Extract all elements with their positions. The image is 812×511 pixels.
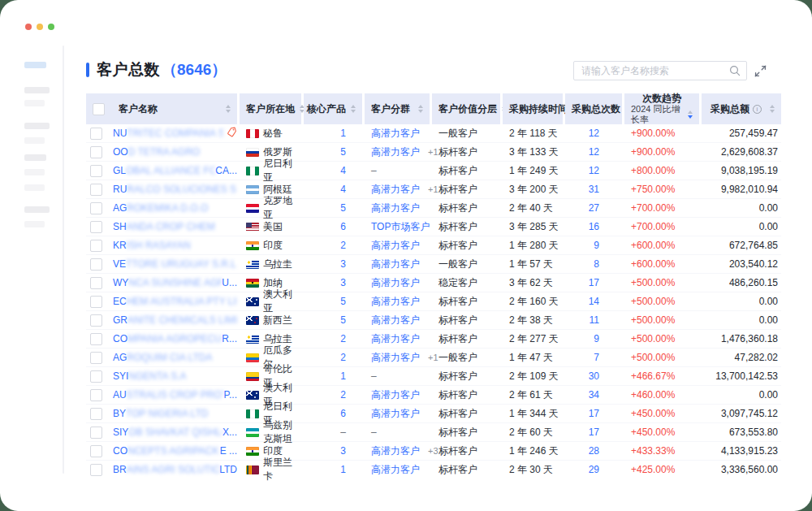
- customer-name-link[interactable]: BYTOP NIGERIA LTD: [113, 408, 237, 419]
- row-checkbox[interactable]: [90, 333, 102, 345]
- customer-name-link[interactable]: CONCEPTS AGRIPACK PRIVATEE ...: [113, 445, 237, 457]
- segment-link[interactable]: 高潜力客户: [371, 127, 420, 141]
- customer-name-link[interactable]: KRISH RASAYAN: [113, 240, 237, 251]
- segment-link[interactable]: 高潜力客户: [371, 201, 420, 215]
- segment-link[interactable]: 高潜力客户: [371, 388, 420, 402]
- customer-name-link[interactable]: NUTRITEC COMPANIA S.A.C: [113, 128, 223, 139]
- purchase-duration: 2 年 109 天: [503, 367, 563, 385]
- customer-name-prefix: BY: [113, 408, 126, 419]
- row-checkbox[interactable]: [90, 277, 102, 289]
- segment-link[interactable]: 高潜力客户: [371, 145, 420, 159]
- search-input[interactable]: [574, 65, 729, 76]
- search-icon[interactable]: [729, 65, 741, 76]
- row-checkbox[interactable]: [90, 352, 102, 364]
- sort-down-caret: [351, 110, 356, 113]
- customer-name-link[interactable]: SHANDA CROP CHEM: [113, 221, 237, 232]
- row-checkbox[interactable]: [90, 221, 102, 233]
- table-row: ECHEM AUSTRALIA PTY LIMITED澳大利亚5高潜力客户标杆客…: [86, 292, 781, 311]
- row-checkbox[interactable]: [90, 408, 102, 420]
- purchase-count: 31: [565, 180, 622, 198]
- row-checkbox[interactable]: [90, 464, 102, 476]
- close-window-button[interactable]: [25, 24, 32, 30]
- customer-name-link[interactable]: SYINGENTA S.A: [113, 370, 237, 382]
- row-checkbox[interactable]: [90, 258, 102, 271]
- customer-name-link[interactable]: BRAINS AGRI SOLUTIONS PVT LTD: [113, 464, 237, 475]
- fullscreen-expand-icon[interactable]: [754, 65, 767, 77]
- segment-link[interactable]: 高潜力客户: [371, 183, 420, 197]
- sort-icon[interactable]: [351, 105, 356, 113]
- customer-name-link[interactable]: COMPANIA AGROPECUARIA DEL SURR...: [113, 333, 237, 344]
- customer-name-prefix: CO: [113, 333, 127, 344]
- row-checkbox[interactable]: [90, 128, 102, 140]
- table-row: AUSTRALIS CROP PROTECTIONP...澳大利亚2高潜力客户标…: [86, 386, 781, 405]
- segment-link[interactable]: 高潜力客户: [371, 314, 420, 327]
- info-icon[interactable]: [753, 105, 762, 114]
- value-tier: 标杆客户: [432, 218, 500, 236]
- customer-name-link[interactable]: AUSTRALIS CROP PROTECTIONP...: [113, 389, 237, 401]
- customer-name-link[interactable]: GLOBAL ALLIANCE FOR CHEMICALCA...: [113, 165, 237, 176]
- yoy-growth: +900.00%: [624, 143, 699, 161]
- sort-icon[interactable]: [688, 110, 693, 119]
- segment-link[interactable]: 高潜力客户: [371, 332, 420, 346]
- customer-name-link[interactable]: WYNCA SUNSHINE AGRO PRODUCTSU...: [113, 277, 237, 288]
- customer-name-link[interactable]: GRANITE CHEMICALS LIMITED: [113, 314, 237, 326]
- row-checkbox[interactable]: [90, 202, 102, 214]
- customer-name-link[interactable]: ECHEM AUSTRALIA PTY LIMITED: [113, 296, 237, 307]
- customer-name-link[interactable]: SIYOB SHAVKAT QISHLOQ FERMERX...: [113, 427, 237, 438]
- core-products-count: 4: [304, 180, 362, 198]
- customer-name-link[interactable]: VETTORE URUGUAY S.R.L: [113, 258, 237, 270]
- row-checkbox[interactable]: [90, 389, 102, 401]
- customer-name-link[interactable]: RURALCO SOLUCIONES S.A: [113, 184, 237, 195]
- sidebar-item-placeholder: [24, 137, 45, 144]
- row-checkbox[interactable]: [90, 240, 102, 252]
- segment-link[interactable]: 高潜力客户: [371, 407, 420, 421]
- country-flag-icon: [246, 279, 259, 288]
- purchase-duration: 1 年 246 天: [503, 442, 563, 460]
- customer-name-prefix: SYI: [113, 370, 128, 382]
- segment-link[interactable]: 高潜力客户: [371, 351, 420, 365]
- customer-name-link[interactable]: AGROQUIM CIA LTDA: [113, 352, 237, 363]
- row-checkbox[interactable]: [90, 146, 102, 158]
- purchase-duration: 1 年 280 天: [503, 236, 563, 254]
- customer-location-cell: 乌兹别克斯坦: [240, 423, 301, 441]
- row-checkbox[interactable]: [90, 296, 102, 308]
- purchase-amount: 673,553.80: [702, 423, 781, 441]
- customer-segment-cell: 高潜力客户+1: [365, 180, 430, 198]
- country-flag-icon: [246, 297, 259, 306]
- page-header: 客户总数 （8646）: [86, 58, 781, 81]
- segment-link[interactable]: 高潜力客户: [371, 444, 420, 458]
- segment-link[interactable]: 高潜力客户: [371, 239, 420, 253]
- sort-icon[interactable]: [770, 105, 775, 113]
- purchase-duration: 2 年 38 天: [503, 311, 563, 329]
- row-checkbox[interactable]: [90, 314, 102, 327]
- customer-name-link[interactable]: OOD TETRA AGRO: [113, 146, 237, 158]
- customer-name-link[interactable]: AGROKEMIKA D.O.O: [113, 202, 237, 214]
- purchase-count: 14: [565, 292, 622, 310]
- row-checkbox[interactable]: [90, 445, 102, 457]
- sidebar-item-placeholder[interactable]: [24, 62, 46, 68]
- segment-link[interactable]: 高潜力客户: [371, 276, 420, 290]
- minimize-window-button[interactable]: [37, 24, 43, 30]
- customer-name-cell: NUTRITEC COMPANIA S.A.C: [86, 124, 237, 142]
- purchase-duration: 3 年 285 天: [503, 218, 563, 236]
- customer-segment-cell: 高潜力客户: [365, 386, 430, 404]
- customer-location-cell: 乌拉圭: [240, 255, 301, 273]
- purchase-count: 9: [565, 330, 622, 348]
- purchase-amount: 3,336,560.00: [702, 461, 781, 479]
- customer-name-masked: TRITEC COMPANIA S.A.C: [127, 128, 223, 139]
- sort-icon[interactable]: [418, 105, 423, 113]
- segment-link[interactable]: 高潜力客户: [371, 295, 420, 309]
- row-checkbox[interactable]: [90, 427, 102, 439]
- zoom-window-button[interactable]: [48, 24, 54, 30]
- segment-link[interactable]: 高潜力客户: [371, 463, 420, 477]
- column-label: 客户价值分层: [438, 102, 497, 116]
- row-checkbox[interactable]: [90, 370, 102, 383]
- sort-icon[interactable]: [226, 105, 231, 113]
- segment-link[interactable]: 高潜力客户: [371, 258, 420, 271]
- select-all-checkbox[interactable]: [93, 103, 105, 115]
- row-checkbox[interactable]: [90, 184, 102, 196]
- segment-link[interactable]: TOP市场客户: [371, 220, 430, 234]
- row-checkbox[interactable]: [90, 165, 102, 177]
- purchase-amount: 0.00: [702, 311, 781, 329]
- customer-name-suffix: LTD: [219, 464, 237, 475]
